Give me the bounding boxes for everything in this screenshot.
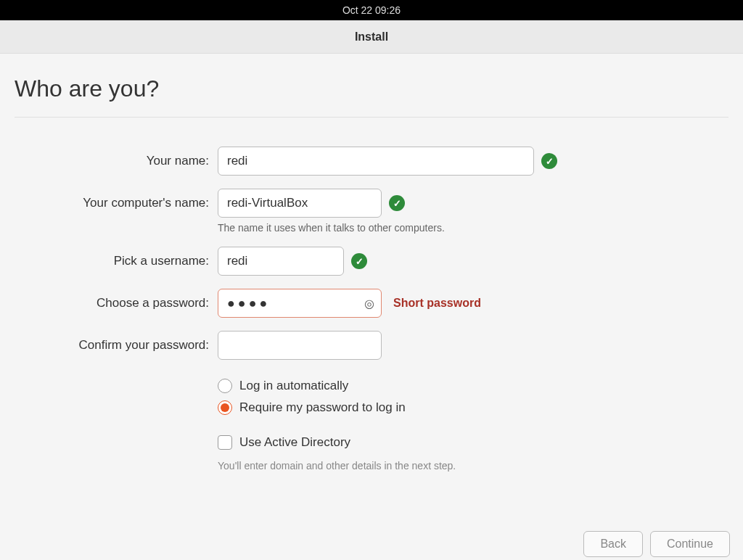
check-icon: ✓ xyxy=(389,195,405,211)
login-require-option[interactable]: Require my password to log in xyxy=(218,400,728,415)
continue-button[interactable]: Continue xyxy=(650,531,730,557)
password-label: Choose a password: xyxy=(15,296,218,310)
footer-buttons: Back Continue xyxy=(583,531,730,560)
name-label: Your name: xyxy=(15,154,218,168)
login-require-label: Require my password to log in xyxy=(239,400,406,415)
password-warning: Short password xyxy=(393,297,481,310)
active-directory-hint: You'll enter domain and other details in… xyxy=(218,460,728,472)
login-auto-label: Log in automatically xyxy=(239,379,348,393)
confirm-row: Confirm your password: xyxy=(15,331,728,360)
back-button[interactable]: Back xyxy=(583,531,643,557)
check-icon: ✓ xyxy=(541,153,557,169)
check-icon: ✓ xyxy=(351,253,367,269)
username-label: Pick a username: xyxy=(15,254,218,268)
active-directory-option[interactable]: Use Active Directory xyxy=(218,435,728,450)
username-row: Pick a username: ✓ xyxy=(15,247,728,276)
name-row: Your name: ✓ xyxy=(15,147,728,176)
checkbox-icon xyxy=(218,435,232,450)
password-input[interactable] xyxy=(218,289,382,318)
window-titlebar: Install xyxy=(0,20,743,54)
confirm-label: Confirm your password: xyxy=(15,338,218,353)
login-auto-option[interactable]: Log in automatically xyxy=(218,379,728,393)
computer-label: Your computer's name: xyxy=(15,196,218,210)
name-input[interactable] xyxy=(218,147,534,176)
page-title: Who are you? xyxy=(15,75,728,118)
active-directory-label: Use Active Directory xyxy=(239,435,350,450)
window-title: Install xyxy=(355,30,388,44)
password-row: Choose a password: ◎ Short password xyxy=(15,289,728,318)
system-topbar: Oct 22 09:26 xyxy=(0,0,743,20)
computer-row: Your computer's name: ✓ xyxy=(15,189,728,218)
radio-icon xyxy=(218,379,232,393)
computer-input[interactable] xyxy=(218,189,382,218)
computer-hint: The name it uses when it talks to other … xyxy=(218,222,728,234)
datetime-label: Oct 22 09:26 xyxy=(342,4,401,16)
username-input[interactable] xyxy=(218,247,344,276)
confirm-input[interactable] xyxy=(218,331,382,360)
radio-icon xyxy=(218,400,232,415)
eye-icon[interactable]: ◎ xyxy=(364,297,374,310)
